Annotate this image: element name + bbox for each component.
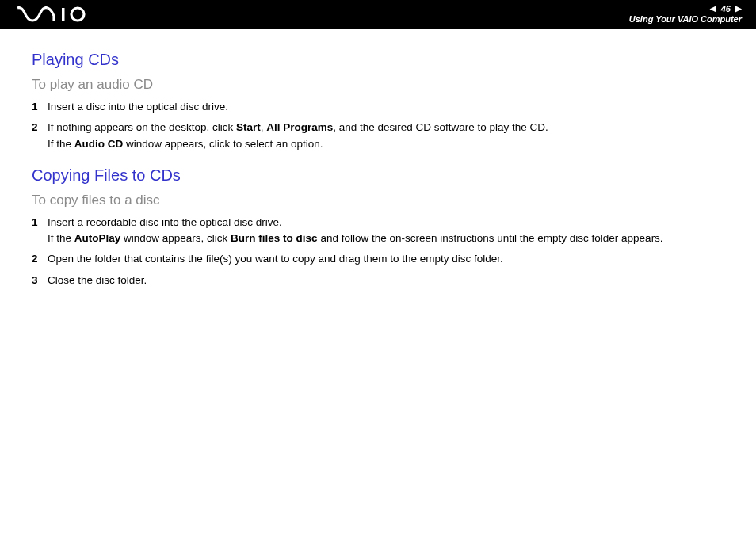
section-label: Using Your VAIO Computer xyxy=(629,14,742,25)
step-number: 1 xyxy=(32,99,48,115)
page-nav: ◀ 46 ▶ xyxy=(710,4,742,14)
heading-copying-files: Copying Files to CDs xyxy=(32,166,740,185)
heading-playing-cds: Playing CDs xyxy=(32,51,740,69)
next-page-icon[interactable]: ▶ xyxy=(735,4,742,13)
content-area: Playing CDs To play an audio CD 1Insert … xyxy=(0,29,756,288)
step-text: Insert a recordable disc into the optica… xyxy=(48,215,740,247)
step-item: 2Open the folder that contains the file(… xyxy=(32,251,740,267)
vaio-logo xyxy=(17,0,90,29)
step-text: Insert a disc into the optical disc driv… xyxy=(48,99,740,115)
steps-playing-cds: 1Insert a disc into the optical disc dri… xyxy=(32,99,740,152)
step-text: If nothing appears on the desktop, click… xyxy=(48,120,740,152)
step-item: 3Close the disc folder. xyxy=(32,273,740,288)
step-item: 1Insert a disc into the optical disc dri… xyxy=(32,99,740,115)
step-number: 2 xyxy=(32,120,48,135)
step-item: 2If nothing appears on the desktop, clic… xyxy=(32,120,740,152)
step-text: Close the disc folder. xyxy=(48,273,740,288)
page-number: 46 xyxy=(721,4,731,14)
subheading-play-audio-cd: To play an audio CD xyxy=(32,77,740,93)
step-number: 3 xyxy=(32,273,48,288)
step-number: 1 xyxy=(32,215,48,231)
steps-copying-files: 1Insert a recordable disc into the optic… xyxy=(32,215,740,288)
step-item: 1Insert a recordable disc into the optic… xyxy=(32,215,740,247)
header-right: ◀ 46 ▶ Using Your VAIO Computer xyxy=(629,4,742,25)
step-number: 2 xyxy=(32,251,48,267)
svg-point-1 xyxy=(71,8,84,21)
header-bar: ◀ 46 ▶ Using Your VAIO Computer xyxy=(0,0,756,29)
subheading-copy-files: To copy files to a disc xyxy=(32,193,740,208)
svg-rect-0 xyxy=(62,8,65,21)
prev-page-icon[interactable]: ◀ xyxy=(710,4,716,13)
step-text: Open the folder that contains the file(s… xyxy=(48,251,740,267)
